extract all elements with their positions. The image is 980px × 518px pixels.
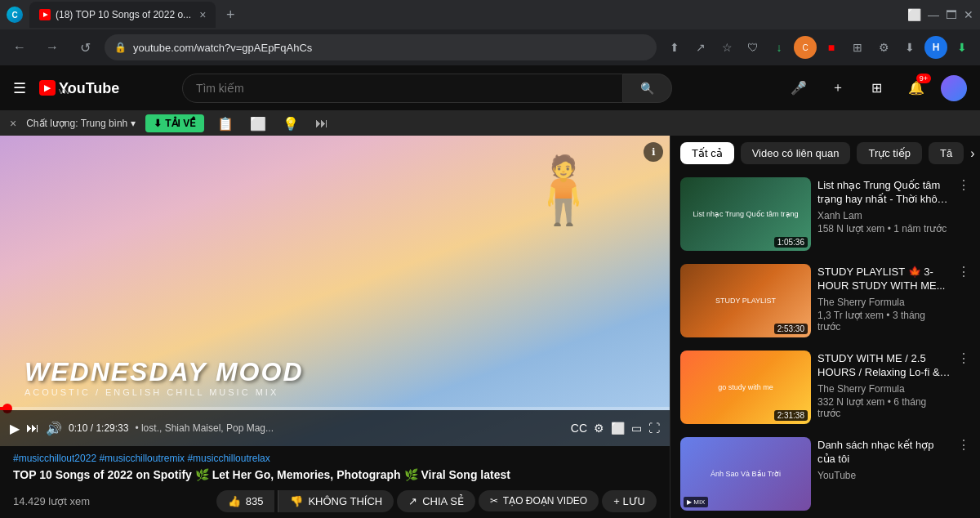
- dislike-button[interactable]: 👎 KHÔNG THÍCH: [278, 490, 394, 512]
- download-button[interactable]: ⬇ TẢI VỀ: [145, 114, 204, 132]
- share-label: CHIA SẺ: [422, 495, 464, 507]
- current-time: 0:10: [69, 422, 87, 434]
- video-hashtags[interactable]: #musicchillout2022 #musicchilloutremix #…: [13, 453, 657, 464]
- filter-tab-live[interactable]: Trực tiếp: [857, 142, 922, 164]
- coc-coc-logo: C: [7, 7, 23, 23]
- video-main-title: TOP 10 Songs of 2022 on Spotify 🌿 Let He…: [13, 467, 657, 484]
- tab-minimize-icon[interactable]: —: [928, 8, 939, 21]
- save-button[interactable]: + LƯU: [602, 490, 657, 512]
- rv-info-3: STUDY WITH ME / 2.5 HOURS / Relaxing Lo-…: [817, 351, 951, 424]
- time-display: 0:10 / 1:29:33: [69, 422, 128, 434]
- next-button[interactable]: ⏭: [26, 421, 39, 435]
- grid-icon[interactable]: ⊞: [846, 36, 869, 59]
- download-green-icon[interactable]: ↓: [768, 36, 791, 59]
- vbar-bulb-icon[interactable]: 💡: [283, 116, 299, 132]
- rv-channel-3: The Sherry Formula: [817, 383, 951, 395]
- profile-avatar[interactable]: H: [924, 36, 947, 59]
- volume-button[interactable]: 🔊: [46, 421, 62, 436]
- filter-tab-related[interactable]: Video có liên quan: [741, 142, 851, 164]
- rv-more-1[interactable]: ⋮: [957, 177, 970, 251]
- settings-ctrl-icon[interactable]: ⚙: [594, 422, 604, 435]
- forward-button[interactable]: →: [39, 34, 65, 60]
- youtube-logo[interactable]: ▶ YouTube VN: [39, 80, 119, 96]
- sidebar: Tất cả Video có liên quan Trực tiếp Tă ›…: [670, 136, 980, 518]
- video-thumbnail: 🧍 WEDNESDAY MOOD ACOUSTIC / ENGLISH CHIL…: [0, 136, 670, 446]
- share-icon[interactable]: ↗: [689, 36, 712, 59]
- coc-icon[interactable]: C: [794, 36, 817, 59]
- related-video-1[interactable]: List nhạc Trung Quốc tâm trạng 1:05:36 L…: [670, 171, 980, 257]
- hamburger-menu[interactable]: ☰: [13, 79, 26, 97]
- browser-tab-icons: ⬜ — 🗖 ✕: [907, 8, 973, 21]
- related-video-2[interactable]: STUDY PLAYLIST 2:53:30 STUDY PLAYLIST 🍁 …: [670, 257, 980, 344]
- video-bar-close[interactable]: ×: [10, 117, 16, 130]
- browser-download-btn[interactable]: ⬇: [951, 36, 973, 59]
- nav-right-icons: ⬆ ↗ ☆ 🛡 ↓ C ■ ⊞ ⚙ ⬇ H ⬇: [663, 36, 973, 59]
- subtitles-icon[interactable]: CC: [571, 422, 587, 435]
- related-video-3[interactable]: go study with me 2:31:38 STUDY WITH ME /…: [670, 344, 980, 431]
- address-bar[interactable]: 🔒 youtube.com/watch?v=gpAEpFqAhCs: [105, 34, 657, 60]
- total-time: 1:29:33: [96, 422, 128, 434]
- rv-duration-1: 1:05:36: [774, 237, 808, 248]
- miniplayer-icon[interactable]: ⬜: [611, 422, 625, 435]
- filter-next-icon[interactable]: ›: [970, 146, 974, 161]
- search-button[interactable]: 🔍: [623, 74, 672, 103]
- vbar-skip-icon[interactable]: ⏭: [315, 116, 328, 131]
- related-video-4[interactable]: Ánh Sao Và Bầu Trời ▶ MIX Danh sách nhạc…: [670, 431, 980, 517]
- browser-tab[interactable]: ▶ (18) TOP 10 Songs of 2022 o... ×: [29, 2, 216, 28]
- fullscreen-icon[interactable]: ⛶: [648, 422, 660, 435]
- tab-maximize-icon[interactable]: 🗖: [946, 8, 957, 21]
- user-avatar[interactable]: [941, 75, 967, 101]
- tab-close-icon[interactable]: ×: [199, 8, 206, 21]
- rv-info-2: STUDY PLAYLIST 🍁 3-HOUR STUDY WITH ME...…: [817, 264, 951, 337]
- dislike-icon: 👎: [290, 495, 303, 507]
- video-label: TẠO ĐOẠN VIDEO: [503, 495, 587, 507]
- rv-thumb-img-4: Ánh Sao Và Bầu Trời ▶ MIX: [680, 437, 811, 511]
- browser-chrome: C ▶ (18) TOP 10 Songs of 2022 o... × + ⬜…: [0, 0, 980, 65]
- notification-button[interactable]: 🔔 9+: [902, 74, 931, 103]
- bookmark-icon[interactable]: ☆: [715, 36, 738, 59]
- rv-title-3: STUDY WITH ME / 2.5 HOURS / Relaxing Lo-…: [817, 352, 951, 380]
- rv-title-2: STUDY PLAYLIST 🍁 3-HOUR STUDY WITH ME...: [817, 266, 951, 293]
- apps-button[interactable]: ⊞: [862, 74, 892, 103]
- share-button[interactable]: ↗ CHIA SẺ: [397, 490, 475, 512]
- video-title-text: WEDNESDAY MOOD: [24, 357, 304, 387]
- tab-cast-icon[interactable]: ⬜: [907, 8, 921, 21]
- create-button[interactable]: ＋: [823, 74, 853, 103]
- search-input[interactable]: [182, 74, 623, 103]
- like-button[interactable]: 👍 835: [216, 490, 275, 512]
- main-content: 🧍 WEDNESDAY MOOD ACOUSTIC / ENGLISH CHIL…: [0, 136, 980, 518]
- rv-meta-2: 1,3 Tr lượt xem • 3 tháng trước: [817, 310, 951, 333]
- rv-more-3[interactable]: ⋮: [957, 351, 970, 424]
- mic-button[interactable]: 🎤: [784, 74, 813, 103]
- vbar-clip-icon[interactable]: 📋: [217, 116, 234, 132]
- new-tab-button[interactable]: +: [219, 3, 242, 26]
- rv-channel-1: Xanh Lam: [817, 210, 951, 221]
- create-video-button[interactable]: ✂ TẠO ĐOẠN VIDEO: [479, 490, 599, 511]
- filter-tab-more[interactable]: Tă: [929, 142, 964, 164]
- back-button[interactable]: ←: [7, 34, 33, 60]
- rv-channel-2: The Sherry Formula: [817, 297, 951, 308]
- reload-button[interactable]: ↺: [72, 34, 98, 60]
- tab-title: (18) TOP 10 Songs of 2022 o...: [56, 9, 191, 20]
- quality-selector[interactable]: Chất lượng: Trung bình ▾: [26, 118, 136, 129]
- quality-chevron-icon: ▾: [131, 118, 136, 129]
- cast-icon[interactable]: ⬆: [663, 36, 686, 59]
- tab-close-window-icon[interactable]: ✕: [964, 8, 973, 21]
- filter-tab-all[interactable]: Tất cả: [680, 142, 734, 164]
- rv-thumb-3: go study with me 2:31:38: [680, 351, 811, 424]
- yt-header-right: 🎤 ＋ ⊞ 🔔 9+: [784, 74, 967, 103]
- settings-icon[interactable]: ⚙: [872, 36, 895, 59]
- rv-thumb-1: List nhạc Trung Quốc tâm trạng 1:05:36: [680, 177, 811, 251]
- shield-icon[interactable]: 🛡: [742, 36, 764, 59]
- vbar-screen-icon[interactable]: ⬜: [250, 116, 266, 132]
- action-buttons: 👍 835 👎 KHÔNG THÍCH ↗ CHIA SẺ ✂: [216, 490, 657, 512]
- download-arrow-icon: ⬇: [154, 118, 162, 129]
- download-icon[interactable]: ⬇: [898, 36, 921, 59]
- play-button[interactable]: ▶: [10, 421, 20, 436]
- yt-logo-vn: VN: [59, 87, 119, 96]
- rv-more-4[interactable]: ⋮: [957, 437, 970, 511]
- theater-icon[interactable]: ▭: [631, 422, 642, 435]
- extensions-icon[interactable]: ■: [820, 36, 843, 59]
- video-info-button[interactable]: ℹ: [644, 142, 663, 162]
- rv-more-2[interactable]: ⋮: [957, 264, 970, 337]
